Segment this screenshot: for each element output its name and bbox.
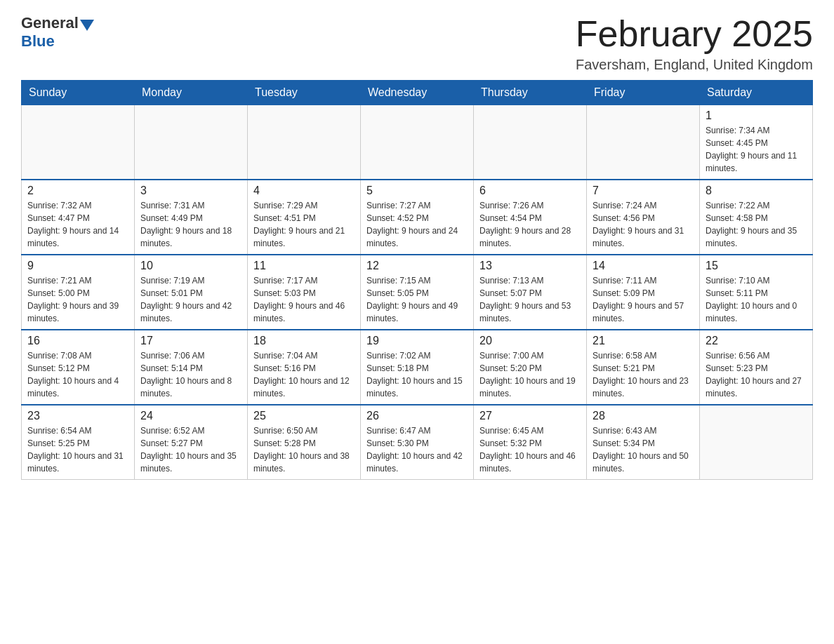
- weekday-header-sunday: Sunday: [22, 81, 135, 105]
- day-number: 3: [140, 185, 241, 197]
- calendar-cell: 6Sunrise: 7:26 AMSunset: 4:54 PMDaylight…: [474, 180, 587, 255]
- day-number: 19: [366, 335, 468, 347]
- calendar-cell: 7Sunrise: 7:24 AMSunset: 4:56 PMDaylight…: [587, 180, 700, 255]
- calendar-cell: 1Sunrise: 7:34 AMSunset: 4:45 PMDaylight…: [700, 105, 813, 180]
- calendar-cell: [474, 105, 587, 180]
- calendar-cell: [22, 105, 135, 180]
- day-number: 10: [140, 260, 241, 272]
- calendar-week-row: 23Sunrise: 6:54 AMSunset: 5:25 PMDayligh…: [22, 405, 813, 480]
- calendar-cell: 8Sunrise: 7:22 AMSunset: 4:58 PMDaylight…: [700, 180, 813, 255]
- day-number: 4: [253, 185, 355, 197]
- day-info: Sunrise: 7:19 AMSunset: 5:01 PMDaylight:…: [140, 274, 241, 325]
- day-info: Sunrise: 7:10 AMSunset: 5:11 PMDaylight:…: [706, 274, 807, 325]
- weekday-header-row: SundayMondayTuesdayWednesdayThursdayFrid…: [22, 81, 813, 105]
- calendar-cell: 3Sunrise: 7:31 AMSunset: 4:49 PMDaylight…: [135, 180, 248, 255]
- calendar-cell: 5Sunrise: 7:27 AMSunset: 4:52 PMDaylight…: [361, 180, 474, 255]
- weekday-header-saturday: Saturday: [700, 81, 813, 105]
- day-number: 6: [479, 185, 581, 197]
- weekday-header-tuesday: Tuesday: [248, 81, 361, 105]
- day-info: Sunrise: 7:32 AMSunset: 4:47 PMDaylight:…: [27, 199, 128, 250]
- day-info: Sunrise: 7:24 AMSunset: 4:56 PMDaylight:…: [593, 199, 694, 250]
- location-text: Faversham, England, United Kingdom: [576, 57, 813, 73]
- day-number: 11: [253, 260, 355, 272]
- calendar-cell: 23Sunrise: 6:54 AMSunset: 5:25 PMDayligh…: [22, 405, 135, 480]
- calendar-cell: 20Sunrise: 7:00 AMSunset: 5:20 PMDayligh…: [474, 330, 587, 405]
- calendar-cell: 16Sunrise: 7:08 AMSunset: 5:12 PMDayligh…: [22, 330, 135, 405]
- calendar-week-row: 16Sunrise: 7:08 AMSunset: 5:12 PMDayligh…: [22, 330, 813, 405]
- day-number: 21: [593, 335, 694, 347]
- day-info: Sunrise: 7:26 AMSunset: 4:54 PMDaylight:…: [479, 199, 581, 250]
- day-info: Sunrise: 7:11 AMSunset: 5:09 PMDaylight:…: [593, 274, 694, 325]
- calendar-week-row: 1Sunrise: 7:34 AMSunset: 4:45 PMDaylight…: [22, 105, 813, 180]
- calendar-cell: 9Sunrise: 7:21 AMSunset: 5:00 PMDaylight…: [22, 255, 135, 330]
- calendar-cell: 22Sunrise: 6:56 AMSunset: 5:23 PMDayligh…: [700, 330, 813, 405]
- calendar-cell: 27Sunrise: 6:45 AMSunset: 5:32 PMDayligh…: [474, 405, 587, 480]
- calendar-cell: 13Sunrise: 7:13 AMSunset: 5:07 PMDayligh…: [474, 255, 587, 330]
- logo-blue-text: Blue: [21, 32, 55, 51]
- calendar-cell: [700, 405, 813, 480]
- calendar-cell: 26Sunrise: 6:47 AMSunset: 5:30 PMDayligh…: [361, 405, 474, 480]
- day-info: Sunrise: 7:08 AMSunset: 5:12 PMDaylight:…: [27, 349, 128, 400]
- day-info: Sunrise: 6:56 AMSunset: 5:23 PMDaylight:…: [706, 349, 807, 400]
- day-number: 25: [253, 410, 355, 422]
- day-number: 17: [140, 335, 241, 347]
- day-info: Sunrise: 7:02 AMSunset: 5:18 PMDaylight:…: [366, 349, 468, 400]
- calendar-table: SundayMondayTuesdayWednesdayThursdayFrid…: [21, 80, 813, 480]
- day-number: 20: [479, 335, 581, 347]
- day-info: Sunrise: 6:47 AMSunset: 5:30 PMDaylight:…: [366, 424, 468, 475]
- day-number: 14: [593, 260, 694, 272]
- calendar-cell: 2Sunrise: 7:32 AMSunset: 4:47 PMDaylight…: [22, 180, 135, 255]
- day-info: Sunrise: 6:43 AMSunset: 5:34 PMDaylight:…: [593, 424, 694, 475]
- day-number: 16: [27, 335, 128, 347]
- day-number: 18: [253, 335, 355, 347]
- calendar-cell: [248, 105, 361, 180]
- day-info: Sunrise: 7:31 AMSunset: 4:49 PMDaylight:…: [140, 199, 241, 250]
- day-info: Sunrise: 7:04 AMSunset: 5:16 PMDaylight:…: [253, 349, 355, 400]
- day-info: Sunrise: 7:13 AMSunset: 5:07 PMDaylight:…: [479, 274, 581, 325]
- day-number: 23: [27, 410, 128, 422]
- calendar-week-row: 2Sunrise: 7:32 AMSunset: 4:47 PMDaylight…: [22, 180, 813, 255]
- day-info: Sunrise: 7:17 AMSunset: 5:03 PMDaylight:…: [253, 274, 355, 325]
- day-number: 27: [479, 410, 581, 422]
- weekday-header-wednesday: Wednesday: [361, 81, 474, 105]
- calendar-cell: 24Sunrise: 6:52 AMSunset: 5:27 PMDayligh…: [135, 405, 248, 480]
- weekday-header-thursday: Thursday: [474, 81, 587, 105]
- day-info: Sunrise: 7:06 AMSunset: 5:14 PMDaylight:…: [140, 349, 241, 400]
- day-info: Sunrise: 6:52 AMSunset: 5:27 PMDaylight:…: [140, 424, 241, 475]
- calendar-cell: 21Sunrise: 6:58 AMSunset: 5:21 PMDayligh…: [587, 330, 700, 405]
- day-info: Sunrise: 7:00 AMSunset: 5:20 PMDaylight:…: [479, 349, 581, 400]
- calendar-cell: 10Sunrise: 7:19 AMSunset: 5:01 PMDayligh…: [135, 255, 248, 330]
- day-number: 12: [366, 260, 468, 272]
- day-number: 7: [593, 185, 694, 197]
- day-info: Sunrise: 6:58 AMSunset: 5:21 PMDaylight:…: [593, 349, 694, 400]
- month-title: February 2025: [576, 14, 813, 54]
- weekday-header-friday: Friday: [587, 81, 700, 105]
- calendar-cell: 17Sunrise: 7:06 AMSunset: 5:14 PMDayligh…: [135, 330, 248, 405]
- calendar-cell: 15Sunrise: 7:10 AMSunset: 5:11 PMDayligh…: [700, 255, 813, 330]
- day-number: 5: [366, 185, 468, 197]
- calendar-cell: 14Sunrise: 7:11 AMSunset: 5:09 PMDayligh…: [587, 255, 700, 330]
- day-info: Sunrise: 6:50 AMSunset: 5:28 PMDaylight:…: [253, 424, 355, 475]
- calendar-cell: 25Sunrise: 6:50 AMSunset: 5:28 PMDayligh…: [248, 405, 361, 480]
- day-number: 24: [140, 410, 241, 422]
- day-number: 13: [479, 260, 581, 272]
- calendar-cell: [361, 105, 474, 180]
- calendar-cell: 18Sunrise: 7:04 AMSunset: 5:16 PMDayligh…: [248, 330, 361, 405]
- day-info: Sunrise: 6:45 AMSunset: 5:32 PMDaylight:…: [479, 424, 581, 475]
- title-section: February 2025 Faversham, England, United…: [576, 14, 813, 73]
- day-number: 26: [366, 410, 468, 422]
- day-info: Sunrise: 7:29 AMSunset: 4:51 PMDaylight:…: [253, 199, 355, 250]
- day-info: Sunrise: 7:34 AMSunset: 4:45 PMDaylight:…: [706, 124, 807, 175]
- day-number: 2: [27, 185, 128, 197]
- calendar-cell: 19Sunrise: 7:02 AMSunset: 5:18 PMDayligh…: [361, 330, 474, 405]
- day-number: 28: [593, 410, 694, 422]
- day-number: 8: [706, 185, 807, 197]
- calendar-week-row: 9Sunrise: 7:21 AMSunset: 5:00 PMDaylight…: [22, 255, 813, 330]
- day-number: 1: [706, 109, 807, 122]
- logo-triangle-icon: [80, 20, 94, 31]
- day-number: 15: [706, 260, 807, 272]
- calendar-cell: 4Sunrise: 7:29 AMSunset: 4:51 PMDaylight…: [248, 180, 361, 255]
- calendar-cell: 28Sunrise: 6:43 AMSunset: 5:34 PMDayligh…: [587, 405, 700, 480]
- day-number: 22: [706, 335, 807, 347]
- day-number: 9: [27, 260, 128, 272]
